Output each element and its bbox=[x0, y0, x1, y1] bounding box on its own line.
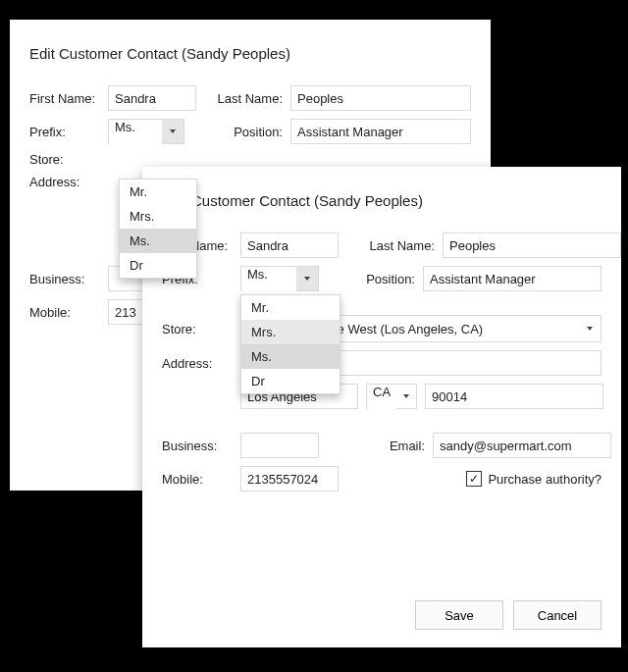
prefix-option[interactable]: Mrs. bbox=[120, 204, 196, 229]
button-bar: Save Cancel bbox=[415, 600, 602, 630]
prefix-option[interactable]: Mr. bbox=[120, 180, 196, 204]
prefix-dropdown-list[interactable]: Mr. Mrs. Ms. Dr bbox=[240, 294, 340, 394]
prefix-dropdown-button[interactable] bbox=[162, 120, 183, 143]
prefix-dropdown-button[interactable] bbox=[296, 267, 318, 290]
zip-input[interactable] bbox=[425, 384, 603, 409]
checkbox-box: ✓ bbox=[466, 471, 482, 487]
check-icon: ✓ bbox=[469, 473, 479, 485]
business-input[interactable] bbox=[240, 433, 319, 458]
position-input[interactable] bbox=[290, 119, 471, 144]
label-address: Address: bbox=[162, 356, 233, 371]
prefix-option[interactable]: Dr bbox=[241, 369, 340, 393]
last-name-input[interactable] bbox=[290, 85, 471, 111]
label-position: Position: bbox=[327, 272, 415, 286]
edit-contact-panel: Edit Customer Contact (Sandy Peoples) Fi… bbox=[142, 167, 621, 647]
prefix-option[interactable]: Ms. bbox=[241, 344, 340, 369]
label-mobile: Mobile: bbox=[162, 472, 233, 487]
chevron-down-icon bbox=[587, 327, 593, 331]
panel-title: Edit Customer Contact (Sandy Peoples) bbox=[162, 192, 602, 209]
save-button[interactable]: Save bbox=[415, 600, 503, 630]
first-name-input[interactable] bbox=[108, 85, 196, 111]
prefix-option[interactable]: Mr. bbox=[241, 295, 340, 320]
label-business: Business: bbox=[29, 272, 100, 286]
state-combo[interactable]: CA bbox=[366, 384, 417, 409]
prefix-option[interactable]: Mrs. bbox=[241, 320, 340, 344]
prefix-value: Ms. bbox=[109, 120, 162, 145]
checkbox-label: Purchase authority? bbox=[488, 472, 602, 487]
label-address: Address: bbox=[29, 175, 100, 189]
label-prefix: Prefix: bbox=[29, 125, 100, 139]
label-store: Store: bbox=[29, 152, 100, 167]
prefix-option[interactable]: Ms. bbox=[120, 229, 196, 253]
state-value: CA bbox=[367, 385, 396, 410]
label-last-name: Last Name: bbox=[204, 91, 283, 106]
chevron-down-icon bbox=[304, 277, 310, 281]
state-dropdown-button[interactable] bbox=[396, 385, 416, 408]
chevron-down-icon bbox=[403, 394, 409, 398]
position-input[interactable] bbox=[423, 266, 602, 291]
prefix-combo[interactable]: Ms. bbox=[240, 266, 319, 291]
email-input[interactable] bbox=[433, 433, 611, 458]
prefix-value: Ms. bbox=[241, 267, 296, 292]
panel-title: Edit Customer Contact (Sandy Peoples) bbox=[29, 45, 471, 62]
chevron-down-icon bbox=[170, 129, 176, 133]
prefix-combo[interactable]: Ms. bbox=[108, 119, 184, 144]
label-last-name: Last Name: bbox=[346, 238, 435, 253]
purchase-authority-checkbox[interactable]: ✓ Purchase authority? bbox=[466, 471, 602, 487]
cancel-button[interactable]: Cancel bbox=[513, 600, 602, 630]
prefix-dropdown-list[interactable]: Mr. Mrs. Ms. Dr bbox=[119, 179, 197, 279]
first-name-input[interactable] bbox=[240, 233, 339, 258]
label-business: Business: bbox=[162, 439, 233, 453]
label-first-name: First Name: bbox=[29, 91, 100, 106]
label-mobile: Mobile: bbox=[29, 305, 100, 320]
prefix-option[interactable]: Dr bbox=[120, 253, 196, 278]
label-position: Position: bbox=[192, 125, 283, 139]
mobile-input[interactable] bbox=[240, 466, 339, 491]
label-email: Email: bbox=[327, 439, 425, 453]
mobile-input[interactable] bbox=[108, 299, 147, 325]
last-name-input[interactable] bbox=[443, 233, 621, 258]
label-store: Store: bbox=[162, 322, 233, 336]
